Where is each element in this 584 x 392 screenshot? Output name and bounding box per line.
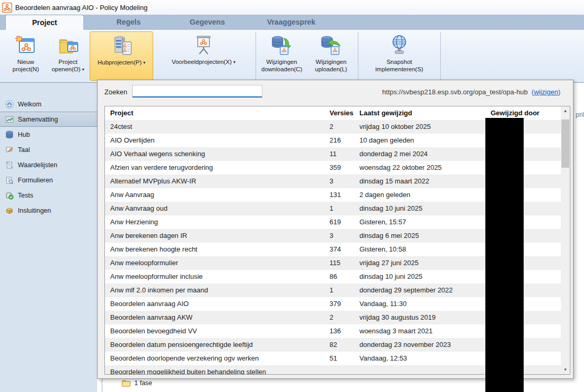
sidebar-item-welkom[interactable]: Welkom [0,96,97,112]
cell-versions [330,365,359,375]
column-header-laatst-gewijzigd[interactable]: Laatst gewijzigd [359,106,491,120]
cell-modified: dinsdag 10 juni 2025 [359,202,491,215]
sidebar-item-label: Hub [18,131,30,138]
button-label-line: Nieuw [17,59,34,65]
download-changes-button[interactable]: Wijzigingen downloaden(C) [258,30,306,82]
sidebar-item-waardelijsten[interactable]: Waardelijsten [0,157,97,172]
ribbon-body: Nieuw project(N) Project op [0,30,584,83]
button-label-line: Voorbeeldprojecten(X) [172,59,231,65]
scroll-up-icon[interactable]: ▲ [561,106,570,115]
tab-gegevens[interactable]: Gegevens [173,15,241,30]
cell-modified: Vandaag, 12:53 [359,352,491,365]
cell-versions: 1 [330,284,359,297]
deploy-snapshot-button[interactable]: Snapshot implementeren(S) [360,30,439,82]
cell-modified: 2 dagen geleden [359,188,491,202]
cell-modified: vrijdag 10 oktober 2025 [359,120,491,134]
cell-versions: 82 [330,338,359,352]
sidebar-item-insluitingen[interactable]: Insluitingen [0,203,97,218]
hub-panel-header: Zoeken https://svbesp218.esp.svb.org/opa… [98,80,573,105]
sidebar-item-formulieren[interactable]: Formulieren [0,172,97,188]
search-label: Zoeken [104,88,127,96]
sidebar-item-samenvatting[interactable]: Samenvatting [0,112,97,127]
new-project-icon [15,33,37,58]
button-label-line: implementeren(S) [375,66,423,72]
cell-project: Anw Herziening [110,215,330,229]
app-logo-icon [2,3,12,13]
button-label-line: Project [59,59,78,65]
cell-modified: donderdag 29 september 2022 [359,284,491,297]
sample-projects-button[interactable]: Voorbeeldprojecten(X) ▾ [153,30,254,82]
tab-project[interactable]: Project [5,15,84,30]
window-title: Beoordelen aanvraag AIO - Policy Modelin… [15,4,147,12]
cell-modified: dinsdag 15 maart 2022 [359,175,491,188]
cell-project: Anw Aanvraag oud [110,202,330,215]
cell-versions: 3 [330,175,359,188]
cell-modified: woensdag 22 oktober 2025 [359,161,491,175]
cell-versions: 374 [330,243,359,256]
forms-icon [5,176,14,184]
clipped-background-text: pril [576,111,584,118]
ribbon-separator [440,32,441,80]
cell-modified [359,365,491,375]
cell-project: Beoordelen datum pensioengerechtigde lee… [110,338,330,352]
sidebar-item-label: Samenvatting [18,116,58,123]
cell-project: Anw meeloopformulier [110,256,330,270]
tests-icon [5,191,14,200]
cell-modified: Vandaag, 11:30 [359,297,491,311]
upload-changes-button[interactable]: Wijzigingen uploaden(L) [306,30,356,82]
inclusions-icon [5,206,14,215]
sidebar-item-tests[interactable]: Tests [0,188,97,203]
cell-modified: dinsdag 10 juni 2025 [359,270,491,284]
cell-project: Anw mlf 2.0 inkomen per maand [110,284,330,297]
tab-vraaggesprek[interactable]: Vraaggesprek [241,15,341,30]
sidebar-item-label: Insluitingen [18,207,51,214]
summary-chart-icon [5,115,14,124]
change-hub-link[interactable]: wijzigen [534,88,558,96]
cell-modified: vrijdag 27 juni 2025 [359,256,491,270]
cell-versions: 379 [330,297,359,311]
tree-item-1-fase[interactable]: 1 fase [122,379,152,387]
cell-project: Beoordelen aanvraag AIO [110,297,330,311]
cell-project: Anw berekenen hoogte recht [110,243,330,256]
cell-versions: 216 [330,134,359,147]
sample-projects-icon [190,33,217,58]
cell-versions: 131 [330,188,359,202]
button-label-line: openen(O) [51,66,80,72]
tree-item-label: 1 fase [134,379,152,387]
cell-project: AIO Overlijden [110,134,330,147]
scroll-down-icon[interactable]: ▼ [561,365,570,374]
cell-versions: 619 [330,215,359,229]
language-icon [5,146,14,154]
hub-projects-button[interactable]: Hubprojecten(P) ▾ [90,31,153,81]
cell-project: AIO Verhaal wegens schenking [110,147,330,161]
button-label-line: downloaden(C) [261,66,302,72]
change-link-paren: ) [558,88,560,96]
cell-project: Afzien van verdere terugvordering [110,161,330,175]
cell-versions: 51 [330,352,359,365]
column-header-versies[interactable]: Versies [330,106,359,120]
sidebar-item-taal[interactable]: Taal [0,142,97,157]
cell-project: Beoordelen bevoegdheid VV [110,324,330,338]
vertical-scrollbar[interactable]: ▲ ▼ [561,106,570,374]
cell-modified: woensdag 3 maart 2021 [359,324,491,338]
search-input[interactable] [132,85,262,97]
cell-project: Beoordelen mogelijkheid buiten behandeli… [110,365,330,375]
hub-url-text: https://svbesp218.esp.svb.org/opa_test/o… [382,88,528,96]
column-header-project[interactable]: Project [110,106,330,120]
cell-versions: 359 [330,161,359,175]
sidebar-item-label: Taal [18,146,30,154]
app-window: Beoordelen aanvraag AIO - Policy Modelin… [0,0,584,392]
new-project-button[interactable]: Nieuw project(N) [5,30,46,82]
cell-project: Anw Aanvraag [110,188,330,202]
button-label-line: Wijzigingen [316,59,347,65]
cell-modified: donderdag 2 mei 2024 [359,147,491,161]
tab-regels[interactable]: Regels [84,15,173,30]
sidebar-item-hub[interactable]: Hub [0,127,97,142]
sidebar-item-label: Welkom [18,101,41,108]
title-bar: Beoordelen aanvraag AIO - Policy Modelin… [0,0,584,15]
open-project-button[interactable]: Project openen(O) ▾ [46,30,90,82]
cell-modified: vrijdag 30 augustus 2019 [359,311,491,324]
scrollbar-thumb[interactable] [561,119,569,168]
download-changes-icon [270,33,294,58]
upload-changes-icon [319,33,343,58]
